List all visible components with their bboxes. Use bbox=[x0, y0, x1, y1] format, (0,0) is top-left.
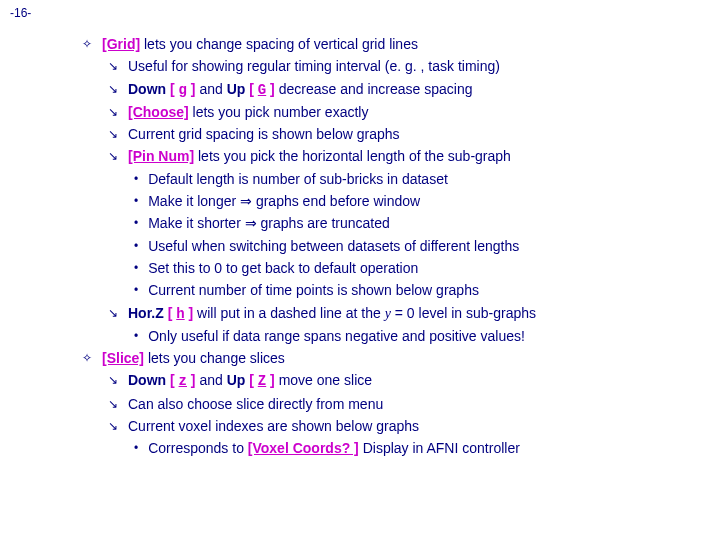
line-8: •Make it shorter ⇒ graphs are truncated bbox=[134, 213, 700, 233]
seg: ⇒ bbox=[240, 193, 252, 209]
line-text: Current voxel indexes are shown below gr… bbox=[128, 416, 700, 436]
line-text: Current grid spacing is shown below grap… bbox=[128, 124, 700, 144]
seg: lets you change slices bbox=[144, 350, 285, 366]
line-11: •Current number of time points is shown … bbox=[134, 280, 700, 300]
seg: ⇒ bbox=[245, 215, 257, 231]
line-14: ✧[Slice] lets you change slices bbox=[82, 348, 700, 368]
seg: [Voxel Coords? ] bbox=[248, 440, 359, 456]
seg: Useful for showing regular timing interv… bbox=[128, 58, 500, 74]
line-text: [Grid] lets you change spacing of vertic… bbox=[102, 34, 700, 54]
line-text: Down [ g ] and Up [ G ] decrease and inc… bbox=[128, 79, 700, 100]
seg: ] bbox=[266, 81, 275, 97]
seg: Make it longer bbox=[148, 193, 240, 209]
seg: [ bbox=[249, 81, 258, 97]
diamond-bullet: ✧ bbox=[82, 348, 92, 368]
seg: ] bbox=[266, 372, 275, 388]
seg: z bbox=[179, 373, 187, 389]
arrow-bullet: ↘ bbox=[108, 102, 118, 122]
line-text: Hor.Z [ h ] will put in a dashed line at… bbox=[128, 303, 700, 324]
line-text: Default length is number of sub-bricks i… bbox=[148, 169, 700, 189]
seg: h bbox=[176, 306, 184, 322]
line-text: Corresponds to [Voxel Coords? ] Display … bbox=[148, 438, 700, 458]
arrow-bullet: ↘ bbox=[108, 124, 118, 144]
seg: [Pin Num] bbox=[128, 148, 194, 164]
seg: Useful when switching between datasets o… bbox=[148, 238, 519, 254]
seg: Z bbox=[258, 373, 266, 389]
seg: = 0 level in sub-graphs bbox=[391, 305, 536, 321]
seg: [Choose] bbox=[128, 104, 189, 120]
seg: will put in a dashed line at the bbox=[193, 305, 384, 321]
dot-bullet: • bbox=[134, 438, 138, 458]
seg: Display in AFNI controller bbox=[359, 440, 520, 456]
seg: graphs end before window bbox=[252, 193, 420, 209]
line-16: ↘Can also choose slice directly from men… bbox=[108, 394, 700, 414]
seg: lets you pick the horizontal length of t… bbox=[194, 148, 511, 164]
line-2: ↘Down [ g ] and Up [ G ] decrease and in… bbox=[108, 79, 700, 100]
seg: Corresponds to bbox=[148, 440, 248, 456]
arrow-bullet: ↘ bbox=[108, 416, 118, 436]
seg: Current voxel indexes are shown below gr… bbox=[128, 418, 419, 434]
seg: Make it shorter bbox=[148, 215, 244, 231]
seg: [Slice] bbox=[102, 350, 144, 366]
line-text: Useful for showing regular timing interv… bbox=[128, 56, 700, 76]
seg: ] bbox=[185, 305, 194, 321]
seg: G bbox=[258, 82, 266, 98]
line-9: •Useful when switching between datasets … bbox=[134, 236, 700, 256]
seg: Up bbox=[227, 81, 250, 97]
seg: Can also choose slice directly from menu bbox=[128, 396, 383, 412]
diamond-bullet: ✧ bbox=[82, 34, 92, 54]
line-18: •Corresponds to [Voxel Coords? ] Display… bbox=[134, 438, 700, 458]
dot-bullet: • bbox=[134, 191, 138, 211]
seg: ] bbox=[187, 81, 196, 97]
seg: Only useful if data range spans negative… bbox=[148, 328, 525, 344]
line-13: •Only useful if data range spans negativ… bbox=[134, 326, 700, 346]
line-7: •Make it longer ⇒ graphs end before wind… bbox=[134, 191, 700, 211]
line-text: Can also choose slice directly from menu bbox=[128, 394, 700, 414]
line-text: [Choose] lets you pick number exactly bbox=[128, 102, 700, 122]
arrow-bullet: ↘ bbox=[108, 370, 118, 390]
line-text: [Slice] lets you change slices bbox=[102, 348, 700, 368]
page-number: -16- bbox=[10, 6, 31, 20]
line-6: •Default length is number of sub-bricks … bbox=[134, 169, 700, 189]
arrow-bullet: ↘ bbox=[108, 79, 118, 99]
seg: move one slice bbox=[275, 372, 372, 388]
seg: Hor.Z bbox=[128, 305, 168, 321]
line-text: Useful when switching between datasets o… bbox=[148, 236, 700, 256]
seg: [Grid] bbox=[102, 36, 140, 52]
line-text: Make it shorter ⇒ graphs are truncated bbox=[148, 213, 700, 233]
seg: Current grid spacing is shown below grap… bbox=[128, 126, 400, 142]
arrow-bullet: ↘ bbox=[108, 56, 118, 76]
seg: and bbox=[196, 372, 227, 388]
seg: Down bbox=[128, 81, 170, 97]
seg: Down bbox=[128, 372, 170, 388]
seg: Up bbox=[227, 372, 250, 388]
slide-body: ✧[Grid] lets you change spacing of verti… bbox=[82, 34, 700, 461]
line-3: ↘[Choose] lets you pick number exactly bbox=[108, 102, 700, 122]
seg: [ bbox=[249, 372, 258, 388]
line-0: ✧[Grid] lets you change spacing of verti… bbox=[82, 34, 700, 54]
seg: lets you pick number exactly bbox=[189, 104, 369, 120]
arrow-bullet: ↘ bbox=[108, 394, 118, 414]
dot-bullet: • bbox=[134, 326, 138, 346]
seg: [ bbox=[170, 81, 179, 97]
line-text: [Pin Num] lets you pick the horizontal l… bbox=[128, 146, 700, 166]
seg: decrease and increase spacing bbox=[275, 81, 473, 97]
dot-bullet: • bbox=[134, 169, 138, 189]
line-12: ↘Hor.Z [ h ] will put in a dashed line a… bbox=[108, 303, 700, 324]
seg: and bbox=[196, 81, 227, 97]
seg: [ bbox=[168, 305, 177, 321]
seg: g bbox=[179, 82, 187, 98]
line-4: ↘Current grid spacing is shown below gra… bbox=[108, 124, 700, 144]
line-text: Set this to 0 to get back to default ope… bbox=[148, 258, 700, 278]
line-15: ↘Down [ z ] and Up [ Z ] move one slice bbox=[108, 370, 700, 391]
dot-bullet: • bbox=[134, 213, 138, 233]
line-text: Only useful if data range spans negative… bbox=[148, 326, 700, 346]
arrow-bullet: ↘ bbox=[108, 303, 118, 323]
dot-bullet: • bbox=[134, 280, 138, 300]
seg: Set this to 0 to get back to default ope… bbox=[148, 260, 418, 276]
line-17: ↘Current voxel indexes are shown below g… bbox=[108, 416, 700, 436]
seg: lets you change spacing of vertical grid… bbox=[140, 36, 418, 52]
dot-bullet: • bbox=[134, 236, 138, 256]
line-text: Make it longer ⇒ graphs end before windo… bbox=[148, 191, 700, 211]
line-text: Down [ z ] and Up [ Z ] move one slice bbox=[128, 370, 700, 391]
